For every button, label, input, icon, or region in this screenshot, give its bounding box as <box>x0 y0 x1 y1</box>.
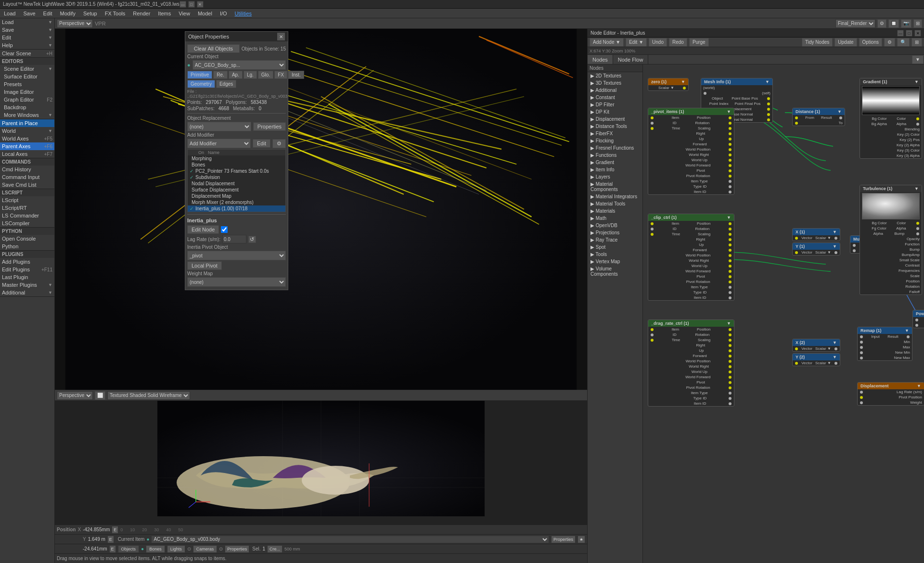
local-pivot-btn[interactable]: Local Pivot <box>187 261 222 270</box>
cat-vertex-map[interactable]: ▶ Vertex Map <box>588 258 642 265</box>
tab-lg[interactable]: Lg. <box>244 71 257 79</box>
redo-btn[interactable]: Redo <box>669 38 687 47</box>
cameras-btn[interactable]: Cameras <box>193 545 218 553</box>
mod-inertia-plus[interactable]: ✓ Inertia_plus (1.00) 07/18 <box>188 205 285 212</box>
sidebar-edit[interactable]: Edit ▼ <box>0 34 54 41</box>
x-e-btn[interactable]: E <box>112 526 118 534</box>
sidebar-local-axes[interactable]: Local Axes +F7 <box>0 150 54 158</box>
maximize-button[interactable]: □ <box>188 1 195 8</box>
sidebar-lscript[interactable]: LScript <box>0 196 54 204</box>
cat-3d[interactable]: ▶ 3D Textures <box>588 79 642 87</box>
tab-geometry[interactable]: Geometry <box>187 80 215 88</box>
cat-dp-kit[interactable]: ▶ DP Kit <box>588 108 642 115</box>
edit-btn[interactable]: Edit ▼ <box>626 38 647 47</box>
node-clip-ctrl[interactable]: _clip_ctrl (1) ▼ Item Position <box>648 214 734 301</box>
properties-btn[interactable]: Properties <box>253 122 286 131</box>
y-e-btn[interactable]: E <box>107 536 114 543</box>
sidebar-python[interactable]: Python <box>0 243 54 250</box>
dialog-close-btn[interactable]: ✕ <box>277 33 285 40</box>
node-y1[interactable]: Y (1) ▼ Vector Scalar ▼ <box>792 243 840 256</box>
viewport-icon-2[interactable]: 🔲 <box>888 19 899 28</box>
cat-material-components[interactable]: ▶ Material Components <box>588 180 642 193</box>
sidebar-more-windows[interactable]: More Windows ▼ <box>0 111 54 119</box>
mod-morphing[interactable]: Morphing <box>188 155 285 162</box>
sidebar-additional[interactable]: Additional ▼ <box>0 289 54 296</box>
cat-fresnel[interactable]: ▶ Fresnel Functions <box>588 144 642 152</box>
ne-minimize[interactable]: — <box>897 30 904 37</box>
clear-all-objects-btn[interactable]: Clear All Objects <box>187 44 240 53</box>
tab-close-btn[interactable]: ▼ <box>912 55 924 64</box>
ne-grid-btn[interactable]: ⊞ <box>911 38 922 47</box>
sidebar-graph-editor[interactable]: Graph Editor F2 <box>0 96 54 103</box>
node-pow[interactable]: Pow (1) ▼ In Out Pow <box>912 310 924 328</box>
cat-materials[interactable]: ▶ Materials <box>588 207 642 215</box>
cat-tools[interactable]: ▶ Tools <box>588 251 642 258</box>
cat-distance-tools[interactable]: ▶ Distance Tools <box>588 123 642 130</box>
node-displacement[interactable]: Displacement ▼ Lag Rate (s/m) Pivot Posi… <box>857 382 924 406</box>
cat-additional[interactable]: ▶ Additional <box>588 87 642 94</box>
mod-nodal[interactable]: Nodal Displacement <box>188 180 285 187</box>
replacement-select[interactable]: (none) <box>187 122 251 131</box>
node-remap[interactable]: Remap (1) ▼ Input Result <box>857 327 912 361</box>
menu-setup[interactable]: Setup <box>79 9 101 18</box>
tab-ap[interactable]: Ap. <box>229 71 243 79</box>
sidebar-save[interactable]: Save ▼ <box>0 26 54 34</box>
current-object-select[interactable]: AC_GEO_Body_sp... <box>192 60 286 70</box>
sidebar-surface-editor[interactable]: Surface Editor <box>0 73 54 80</box>
cat-dp-filter[interactable]: ▶ DP Filter <box>588 101 642 108</box>
y2-menu[interactable]: ▼ <box>833 355 837 359</box>
sidebar-world-axes[interactable]: World Axes +F5 <box>0 135 54 142</box>
menu-load[interactable]: Load <box>0 9 19 18</box>
sidebar-load[interactable]: Load ▼ <box>0 18 54 26</box>
tab-node-flow[interactable]: Node Flow <box>613 55 649 64</box>
mod-surface-disp[interactable]: Surface Displacement <box>188 187 285 193</box>
y1-menu[interactable]: ▼ <box>833 244 837 249</box>
viewport-icon-1[interactable]: ⚙ <box>877 19 886 28</box>
zero-out-port[interactable] <box>683 87 686 90</box>
sidebar-parent-in-place[interactable]: Parent in Place <box>0 119 54 127</box>
sidebar-save-cmd-list[interactable]: Save Cmd List <box>0 181 54 189</box>
cat-material-integrators[interactable]: ▶ Material Integrators <box>588 193 642 200</box>
node-gradient[interactable]: Gradient (1) ▼ Bg ColorColor Bg AlphaAlp… <box>860 78 922 159</box>
cat-spot[interactable]: ▶ Spot <box>588 243 642 251</box>
node-x2[interactable]: X (2) ▼ Vector Scalar ▼ <box>792 339 840 352</box>
menu-utilities[interactable]: Utilities <box>231 9 256 18</box>
cat-ray-trace[interactable]: ▶ Ray Trace <box>588 236 642 243</box>
sidebar-world[interactable]: World ▼ <box>0 127 54 135</box>
gradient-menu[interactable]: ▼ <box>914 79 919 84</box>
node-pivot-items[interactable]: _pivot_items (1) ▼ Item Position <box>648 108 734 195</box>
pivot-items-menu[interactable]: ▼ <box>727 109 731 114</box>
cat-material-tools[interactable]: ▶ Material Tools <box>588 200 642 207</box>
ne-maximize[interactable]: □ <box>906 30 912 37</box>
clip-ctrl-menu[interactable]: ▼ <box>727 215 731 220</box>
tab-fx[interactable]: FX <box>274 71 287 79</box>
close-button[interactable]: ✕ <box>197 1 204 8</box>
sidebar-help[interactable]: Help ▼ <box>0 41 54 49</box>
edit-modifier-btn[interactable]: Edit <box>253 139 270 148</box>
properties2-btn[interactable]: Properties <box>225 545 249 553</box>
menu-edit[interactable]: Edit <box>39 9 56 18</box>
node-y2[interactable]: Y (2) ▼ Vector Scalar ▼ <box>792 353 840 366</box>
sidebar-ls-commander[interactable]: LS Commander <box>0 212 54 219</box>
menu-modify[interactable]: Modify <box>56 9 79 18</box>
sidebar-master-plugins[interactable]: Master Plugins ▼ <box>0 281 54 289</box>
tab-primitive[interactable]: Primitive <box>187 71 212 79</box>
sidebar-open-console[interactable]: Open Console <box>0 235 54 243</box>
node-zero-menu[interactable]: ▼ <box>681 79 685 84</box>
sidebar-last-plugin[interactable]: Last Plugin <box>0 273 54 281</box>
distance-menu[interactable]: ▼ <box>837 109 842 114</box>
sidebar-command-input[interactable]: Command Input <box>0 173 54 181</box>
sidebar-clear-scene[interactable]: Clear Scene +H <box>0 50 54 57</box>
node-x1[interactable]: X (1) ▼ Vector Scalar ▼ <box>792 228 840 241</box>
tab-glo[interactable]: Glo. <box>258 71 273 79</box>
cat-volume-components[interactable]: ▶ Volume Components <box>588 265 642 278</box>
create-btn[interactable]: Cre... <box>267 545 282 553</box>
node-zero[interactable]: zero (1) ▼ Scalar ▼ <box>648 78 689 91</box>
edit-node-checkbox[interactable] <box>221 226 228 233</box>
x2-menu[interactable]: ▼ <box>833 340 837 345</box>
menu-io[interactable]: I/O <box>216 9 231 18</box>
purge-btn[interactable]: Purge <box>689 38 709 47</box>
menu-fx-tools[interactable]: FX Tools <box>101 9 129 18</box>
ne-zoom-btn[interactable]: 🔍 <box>897 38 910 47</box>
node-drag-rate-ctrl[interactable]: _drag_rate_ctrl (1) ▼ Item Position <box>648 320 734 407</box>
